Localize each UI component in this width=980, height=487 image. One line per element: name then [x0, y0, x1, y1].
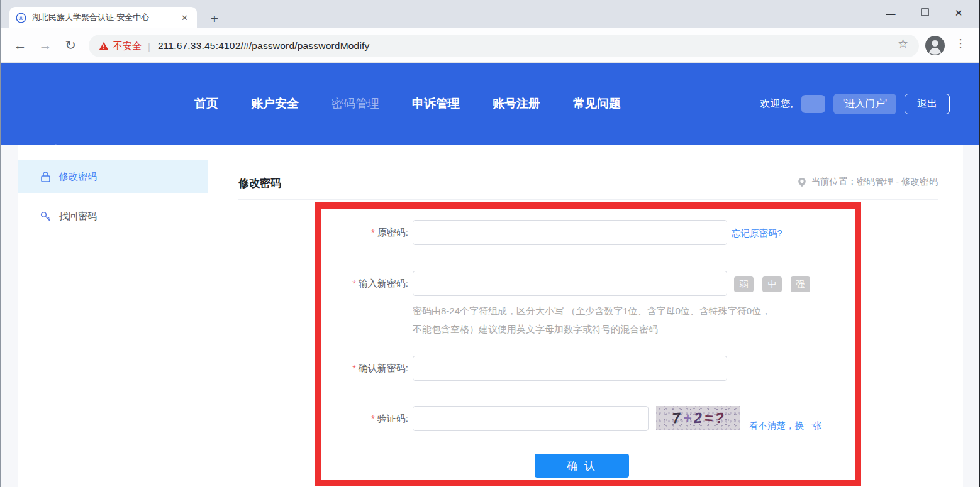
- browser-window: 湖北民族大学聚合认证-安全中心 ✕ + — ✕ ← → ↻ 不安全 | 211.…: [0, 0, 980, 487]
- url-divider: |: [148, 41, 150, 52]
- captcha-char: ?: [715, 410, 725, 427]
- page-title: 修改密码: [238, 176, 281, 190]
- captcha-refresh-link[interactable]: 看不清楚，换一张: [749, 420, 822, 432]
- location-pin-icon: [797, 177, 807, 187]
- forgot-password-link[interactable]: 忘记原密码?: [732, 227, 782, 239]
- confirm-button[interactable]: 确 认: [535, 454, 629, 478]
- header-user-area: 欢迎您, '进入门户' 退出: [760, 63, 950, 145]
- key-icon: [40, 211, 52, 222]
- required-mark: *: [352, 278, 356, 288]
- breadcrumb-text: 当前位置：密码管理 - 修改密码: [811, 176, 938, 188]
- strength-strong-badge: 强: [791, 276, 810, 292]
- old-password-input[interactable]: [413, 220, 727, 245]
- tab-close-icon[interactable]: ✕: [179, 12, 191, 24]
- confirm-password-input[interactable]: [413, 356, 727, 381]
- back-icon[interactable]: ←: [11, 36, 30, 55]
- captcha-image[interactable]: 7 + 2 = ?: [656, 406, 740, 430]
- not-secure-warning-icon: [99, 41, 109, 50]
- captcha-char: 7: [671, 409, 681, 427]
- profile-icon: [925, 36, 945, 55]
- browser-tab[interactable]: 湖北民族大学聚合认证-安全中心 ✕: [9, 7, 197, 28]
- required-mark: *: [371, 413, 375, 424]
- old-password-label: *原密码:: [265, 220, 408, 245]
- forward-icon[interactable]: →: [36, 36, 55, 55]
- logout-button[interactable]: 退出: [905, 94, 950, 114]
- strength-weak-badge: 弱: [734, 276, 754, 292]
- lock-icon: [40, 171, 52, 183]
- new-password-label: *输入新密码:: [265, 271, 408, 296]
- browser-toolbar: ← → ↻ 不安全 | 211.67.33.45:4102/#/password…: [1, 28, 979, 63]
- profile-avatar[interactable]: [925, 36, 945, 55]
- nav-item-appeal-management[interactable]: 申诉管理: [412, 96, 460, 112]
- nav-item-password-management[interactable]: 密码管理: [331, 96, 379, 112]
- required-mark: *: [352, 363, 356, 373]
- captcha-char: +: [682, 410, 692, 427]
- window-controls: — ✕: [884, 0, 974, 26]
- minimize-button[interactable]: —: [884, 8, 897, 19]
- strength-medium-badge: 中: [762, 276, 782, 292]
- maximize-button[interactable]: [918, 8, 931, 18]
- close-window-button[interactable]: ✕: [952, 8, 965, 19]
- password-rule-hint: 密码由8-24个字符组成，区分大小写 （至少含数字1位、含字母0位、含特殊字符0…: [413, 302, 777, 338]
- site-favicon-icon: [16, 13, 26, 23]
- enter-portal-button[interactable]: '进入门户': [833, 94, 896, 114]
- new-tab-button[interactable]: +: [207, 11, 222, 26]
- browser-menu-icon[interactable]: ⋮: [955, 36, 966, 50]
- bookmark-star-icon[interactable]: ☆: [898, 36, 908, 51]
- sidebar-item-modify-password[interactable]: 修改密码: [18, 160, 208, 193]
- password-strength-meter: 弱 中 强: [734, 276, 810, 292]
- not-secure-label: 不安全: [113, 40, 142, 52]
- url-text: 211.67.33.45:4102/#/password/passwordMod…: [158, 40, 370, 52]
- confirm-password-label: *确认新密码:: [265, 356, 408, 381]
- sidebar-item-label: 修改密码: [59, 171, 97, 183]
- title-divider: [238, 199, 938, 200]
- username-redacted: [801, 95, 825, 113]
- captcha-input[interactable]: [413, 406, 649, 431]
- nav-item-home[interactable]: 首页: [194, 96, 218, 112]
- captcha-label: *验证码:: [265, 406, 408, 431]
- maximize-icon: [921, 8, 929, 16]
- sidebar-item-label: 找回密码: [59, 211, 97, 222]
- breadcrumb: 当前位置：密码管理 - 修改密码: [797, 176, 938, 188]
- nav-item-account-register[interactable]: 账号注册: [493, 96, 540, 112]
- captcha-char: 2: [693, 410, 702, 427]
- captcha-char: =: [704, 410, 713, 427]
- url-bar[interactable]: 不安全 | 211.67.33.45:4102/#/password/passw…: [89, 35, 919, 57]
- sidebar: 修改密码 找回密码: [18, 145, 208, 487]
- required-mark: *: [371, 227, 375, 238]
- new-password-input[interactable]: [413, 271, 727, 296]
- sidebar-item-recover-password[interactable]: 找回密码: [18, 200, 208, 233]
- main-nav: 首页 账户安全 密码管理 申诉管理 账号注册 常见问题: [194, 63, 621, 145]
- tab-title: 湖北民族大学聚合认证-安全中心: [32, 12, 179, 23]
- tab-strip: 湖北民族大学聚合认证-安全中心 ✕ + — ✕: [1, 0, 979, 28]
- nav-item-faq[interactable]: 常见问题: [573, 96, 621, 112]
- reload-icon[interactable]: ↻: [61, 36, 80, 55]
- nav-item-account-security[interactable]: 账户安全: [251, 96, 299, 112]
- site-header: 湖北民族大学 HUBEI MINZU UNIVERSITY 首页 账户安全 密码…: [1, 63, 979, 145]
- welcome-label: 欢迎您,: [760, 97, 793, 111]
